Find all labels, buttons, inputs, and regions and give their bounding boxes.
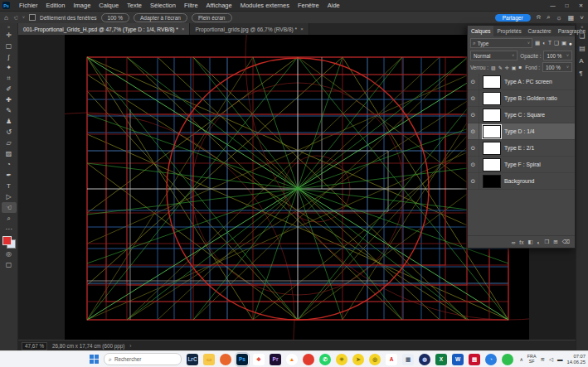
status-arrow-icon[interactable]: › [129, 343, 131, 349]
search-icon[interactable]: ⌕ [547, 13, 550, 22]
document-canvas[interactable] [65, 35, 529, 340]
fullscreen-button[interactable]: Plein écran [192, 13, 232, 22]
vlc-icon[interactable]: ▲ [286, 354, 298, 365]
marquee-tool[interactable]: ▢ [2, 41, 17, 51]
layer-visibility-eye-icon[interactable]: ⊙ [468, 123, 479, 139]
wifi-icon[interactable]: ≋ [540, 356, 544, 363]
menu-item-calque[interactable]: Calque [95, 2, 123, 9]
menu-item-affichage[interactable]: Affichage [202, 2, 236, 9]
lock-paint-icon[interactable]: ✎ [498, 65, 503, 70]
taskbar-search[interactable]: ⌕ Rechercher [104, 353, 182, 365]
eyedropper-tool[interactable]: ✐ [2, 84, 17, 94]
clock[interactable]: 07:0714.06.25 [566, 354, 586, 365]
workspace-switcher-icon[interactable]: ▦ [568, 14, 575, 22]
file-explorer-icon[interactable]: ▭ [203, 354, 215, 365]
maximize-button[interactable]: □ [560, 2, 574, 9]
volume-icon[interactable]: ◁ [549, 356, 553, 363]
link-layers-icon[interactable]: ∞ [512, 239, 516, 245]
quick-mask-icon[interactable]: ◎ [2, 249, 17, 259]
layer-visibility-eye-icon[interactable]: ⊙ [468, 173, 479, 189]
layer-row-type-c-square[interactable]: ⊙Type C : Square [468, 107, 575, 123]
home-icon[interactable]: ⌂ [4, 14, 8, 22]
panel-tab-paragraphe[interactable]: Paragraphe [555, 26, 588, 36]
adjustment-layer-icon[interactable]: ◐ [537, 239, 541, 245]
edit-toolbar[interactable]: ⋯ [2, 224, 17, 234]
new-layer-icon[interactable]: ⊞ [553, 239, 557, 245]
chevron-down-icon[interactable]: ˅ [22, 15, 25, 20]
menu-item-aide[interactable]: Aide [323, 2, 344, 9]
crop-tool[interactable]: ⌗ [2, 73, 17, 84]
layer-row-type-f-spiral[interactable]: ⊙Type F : Spiral [468, 157, 575, 173]
calculator-icon[interactable]: ▦ [402, 354, 414, 365]
panel-tab-calques[interactable]: Calques [468, 26, 493, 36]
lasso-tool[interactable]: ʃ [2, 51, 17, 62]
layer-thumbnail[interactable] [483, 109, 501, 122]
clone-stamp-tool[interactable]: ♟ [2, 116, 17, 127]
menu-item-edition[interactable]: Edition [42, 2, 70, 9]
layer-row-background[interactable]: ⊙Background [468, 173, 575, 190]
scroll-all-windows-checkbox[interactable] [29, 14, 36, 21]
layer-filter-search[interactable]: ⌕ Type ˅ [470, 38, 532, 48]
layer-row-type-a-pc-screen[interactable]: ⊙Type A : PC screen [468, 74, 575, 90]
document-tab-2[interactable]: Proportional_grids.jpg @ 66,7% (RVB/8) *… [190, 23, 309, 35]
layer-thumbnail[interactable] [483, 158, 501, 171]
layer-row-type-b-golden-ratio[interactable]: ⊙Type B : Golden ratio [468, 90, 575, 107]
app-red-icon[interactable]: ▤ [469, 354, 480, 365]
hand-tool[interactable]: ☜ [2, 202, 17, 213]
lock-position-icon[interactable]: ✛ [505, 65, 509, 70]
layer-visibility-eye-icon[interactable]: ⊙ [468, 74, 479, 89]
close-button[interactable]: ✕ [574, 2, 588, 9]
pen-tool[interactable]: ✒ [2, 170, 17, 181]
tray-chevron-icon[interactable]: ∧ [519, 356, 522, 362]
layer-thumbnail[interactable] [483, 175, 501, 188]
delete-layer-icon[interactable]: ⌫ [562, 239, 570, 245]
layer-thumbnail[interactable] [483, 92, 501, 105]
app-green-icon[interactable] [502, 354, 513, 365]
foreground-color-swatch[interactable] [2, 236, 12, 245]
app-yellow-3-icon[interactable]: ◎ [369, 354, 381, 365]
app-yellow-1-icon[interactable]: ✳ [336, 354, 347, 365]
toolbar-collapse-icon[interactable]: » [7, 24, 10, 30]
menu-item-filtre[interactable]: Filtre [180, 2, 202, 9]
filter-shape-layers-icon[interactable]: ❑ [554, 40, 559, 46]
start-button[interactable] [90, 355, 99, 364]
acrobat-icon[interactable]: A [386, 354, 397, 365]
menu-item-fichier[interactable]: Fichier [15, 2, 42, 9]
menu-item-image[interactable]: Image [69, 2, 95, 9]
fit-screen-button[interactable]: Adapter à l'écran [134, 13, 187, 22]
app-dark-icon[interactable]: ◍ [419, 354, 430, 365]
add-layer-mask-icon[interactable]: ◧ [527, 239, 532, 245]
whatsapp-icon[interactable]: ✆ [319, 354, 331, 365]
hand-tool-icon[interactable]: ☜ [12, 14, 18, 22]
lock-artboard-icon[interactable]: ▣ [512, 65, 517, 70]
zoom-100-button[interactable]: 100 % [101, 13, 129, 22]
screen-mode-icon[interactable]: ▢ [2, 259, 17, 270]
fill-select[interactable]: 100 % ˅ [542, 62, 572, 72]
menu-item-fenetre[interactable]: Fenêtre [294, 2, 323, 9]
menu-item-modules-externes[interactable]: Modules externes [236, 2, 294, 9]
lock-transparency-icon[interactable]: ▨ [491, 65, 496, 70]
filter-type-layers-icon[interactable]: T [548, 40, 552, 46]
zoom-level-field[interactable]: 47,67 % [22, 342, 47, 350]
filter-pixel-layers-icon[interactable]: ▦ [535, 40, 540, 46]
panel-tab-proprietes[interactable]: Propriétés [493, 26, 524, 36]
word-icon[interactable]: W [452, 354, 464, 365]
premiere-icon[interactable]: Pr [270, 354, 281, 365]
filter-smart-objects-icon[interactable]: ▣ [561, 40, 566, 46]
menu-item-texte[interactable]: Texte [123, 2, 146, 9]
opacity-select[interactable]: 100 % ˅ [543, 51, 572, 60]
layer-row-type-e-21[interactable]: ⊙Type E : 2/1 [468, 140, 575, 157]
excel-icon[interactable]: X [435, 354, 447, 365]
app-yellow-2-icon[interactable]: ➤ [352, 354, 364, 365]
filter-lightswitch-icon[interactable]: ● [569, 41, 572, 46]
app-blue-icon[interactable]: ◔ [485, 354, 497, 365]
document-tab-1[interactable]: 001-Proportional_Grids_H.psd @ 47,7% (Ty… [18, 23, 190, 35]
filter-adjustment-layers-icon[interactable]: ◐ [542, 40, 546, 46]
minimize-button[interactable]: — [546, 2, 560, 9]
layer-thumbnail[interactable] [483, 125, 501, 138]
zoom-tool[interactable]: ⌕ [2, 213, 17, 224]
panel-tab-caractere[interactable]: Caractère [525, 26, 555, 36]
firefox-icon[interactable] [220, 354, 231, 365]
layer-visibility-eye-icon[interactable]: ⊙ [468, 157, 479, 172]
gradient-tool[interactable]: ▨ [2, 148, 17, 159]
